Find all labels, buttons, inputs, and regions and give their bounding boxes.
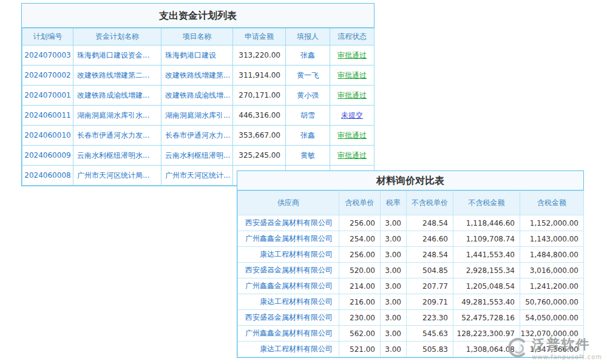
plan-id-cell[interactable]: 2024060009: [22, 146, 73, 166]
tax-amount-cell: 1,152,000.00: [520, 215, 584, 231]
tax-rate-cell: 3.00: [381, 326, 407, 342]
net-unit-price-cell: 207.77: [407, 278, 453, 294]
plan-id-cell[interactable]: 2024060008: [22, 166, 73, 186]
material-quote-table: 材料询价对比表 供应商 含税单价 税率 不含税单价 不含税金额 含税金额 西安盛…: [237, 170, 584, 358]
plan-table-row: 2024060009云南水利枢纽潜明水...云南水利枢纽潜明...325,245…: [22, 146, 375, 166]
tax-rate-cell: 3.00: [381, 342, 407, 357]
tax-rate-cell: 3.00: [381, 263, 407, 278]
apply-amount-cell: 270,171.00: [233, 86, 286, 106]
tax-unit-price-cell: 562.00: [339, 326, 381, 342]
net-amount-cell: 49,281,553.40: [453, 294, 520, 310]
reporter-cell: 黄敏: [286, 146, 330, 166]
col-header-reporter: 填报人: [286, 29, 330, 46]
tax-unit-price-cell: 214.00: [339, 278, 381, 294]
process-status-cell[interactable]: 审批通过: [330, 46, 375, 66]
net-unit-price-cell: 505.83: [407, 342, 453, 357]
expenditure-plan-table: 支出资金计划列表 计划编号 资金计划名称 项目名称 申请金额 填报人 流程状态 …: [21, 3, 375, 186]
project-name-cell[interactable]: 云南水利枢纽潜明...: [161, 146, 233, 166]
process-status-cell[interactable]: 审批通过: [330, 66, 375, 86]
supplier-cell[interactable]: 广州鑫鑫金属材料有限公司: [238, 231, 339, 247]
quote-table-row: 康达工程材料有限公司256.003.00248.541,441,553.401,…: [238, 247, 584, 263]
tax-amount-cell: 1,143,000.00: [520, 231, 584, 247]
apply-amount-cell: 313,220.00: [233, 46, 286, 66]
fund-plan-name-cell[interactable]: 长春市伊通河水力发...: [73, 126, 161, 146]
quote-table-row: 西安盛器金属材料有限公司230.003.00223.3052,475,728.1…: [238, 310, 584, 326]
net-amount-cell: 52,475,728.16: [453, 310, 520, 326]
supplier-cell[interactable]: 西安盛器金属材料有限公司: [238, 215, 339, 231]
fund-plan-name-cell[interactable]: 改建铁路线增建第二...: [73, 66, 161, 86]
supplier-cell[interactable]: 康达工程材料有限公司: [238, 294, 339, 310]
net-unit-price-cell: 246.60: [407, 231, 453, 247]
col-header-tax-rate: 税率: [381, 191, 407, 215]
fund-plan-name-cell[interactable]: 改建铁路成渝线增建...: [73, 86, 161, 106]
tax-rate-cell: 3.00: [381, 278, 407, 294]
plan-id-cell[interactable]: 2024060010: [22, 126, 73, 146]
plan-table-title: 支出资金计划列表: [22, 4, 374, 28]
process-status-cell[interactable]: 审批通过: [330, 126, 375, 146]
supplier-cell[interactable]: 广州鑫鑫金属材料有限公司: [238, 326, 339, 342]
fund-plan-name-cell[interactable]: 广州市天河区统计局...: [73, 166, 161, 186]
tax-amount-cell: 54,050,000.00: [520, 310, 584, 326]
net-unit-price-cell: 248.54: [407, 215, 453, 231]
reporter-cell: 张鑫: [286, 126, 330, 146]
fanpu-watermark: 泛普软件 www.fanpusoft.com: [504, 335, 602, 360]
plan-table-header-row: 计划编号 资金计划名称 项目名称 申请金额 填报人 流程状态: [22, 29, 375, 46]
col-header-status: 流程状态: [330, 29, 375, 46]
tax-unit-price-cell: 254.00: [339, 231, 381, 247]
col-header-net-amount: 不含税金额: [453, 191, 520, 215]
supplier-cell[interactable]: 康达工程材料有限公司: [238, 342, 339, 357]
tax-rate-cell: 3.00: [381, 247, 407, 263]
quote-table-row: 西安盛器金属材料有限公司520.003.00504.852,928,155.34…: [238, 263, 584, 278]
fund-plan-name-cell[interactable]: 云南水利枢纽潜明水...: [73, 146, 161, 166]
col-header-project: 项目名称: [161, 29, 233, 46]
project-name-cell[interactable]: 广州市天河区统计...: [161, 166, 233, 186]
watermark-brand: 泛普软件: [532, 335, 602, 354]
apply-amount-cell: 446,316.00: [233, 106, 286, 126]
tax-rate-cell: 3.00: [381, 231, 407, 247]
project-name-cell[interactable]: 长春市伊通河水力...: [161, 126, 233, 146]
fanpu-logo-icon: [504, 336, 528, 360]
tax-unit-price-cell: 216.00: [339, 294, 381, 310]
plan-table-row: 2024070003珠海鹤港口建设资金...珠海鹤港口建设313,220.00张…: [22, 46, 375, 66]
supplier-cell[interactable]: 西安盛器金属材料有限公司: [238, 263, 339, 278]
watermark-url: www.fanpusoft.com: [532, 354, 602, 360]
process-status-cell[interactable]: 审批通过: [330, 86, 375, 106]
plan-table-row: 2024070002改建铁路线增建第二...改建铁路线增建第...311,914…: [22, 66, 375, 86]
plan-table-row: 2024060010长春市伊通河水力发...长春市伊通河水力...353,667…: [22, 126, 375, 146]
quote-table-row: 广州鑫鑫金属材料有限公司214.003.00207.771,205,048.54…: [238, 278, 584, 294]
plan-id-cell[interactable]: 2024060011: [22, 106, 73, 126]
fund-plan-name-cell[interactable]: 湖南洞庭湖水库引水...: [73, 106, 161, 126]
project-name-cell[interactable]: 改建铁路成渝线增...: [161, 86, 233, 106]
net-unit-price-cell: 248.54: [407, 247, 453, 263]
apply-amount-cell: 325,245.00: [233, 146, 286, 166]
tax-unit-price-cell: 520.00: [339, 263, 381, 278]
tax-amount-cell: 1,241,200.00: [520, 278, 584, 294]
plan-id-cell[interactable]: 2024070003: [22, 46, 73, 66]
supplier-cell[interactable]: 广州鑫鑫金属材料有限公司: [238, 278, 339, 294]
supplier-cell[interactable]: 西安盛器金属材料有限公司: [238, 310, 339, 326]
process-status-cell[interactable]: 审批通过: [330, 146, 375, 166]
quote-table: 供应商 含税单价 税率 不含税单价 不含税金额 含税金额 西安盛器金属材料有限公…: [237, 190, 584, 357]
net-amount-cell: 1,205,048.54: [453, 278, 520, 294]
project-name-cell[interactable]: 珠海鹤港口建设: [161, 46, 233, 66]
plan-id-cell[interactable]: 2024070002: [22, 66, 73, 86]
net-amount-cell: 1,109,708.74: [453, 231, 520, 247]
process-status-cell[interactable]: 未提交: [330, 106, 375, 126]
apply-amount-cell: 353,667.00: [233, 126, 286, 146]
tax-amount-cell: 3,016,000.00: [520, 263, 584, 278]
net-unit-price-cell: 545.63: [407, 326, 453, 342]
plan-id-cell[interactable]: 2024070001: [22, 86, 73, 106]
quote-table-row: 西安盛器金属材料有限公司256.003.00248.541,118,446.60…: [238, 215, 584, 231]
tax-rate-cell: 3.00: [381, 294, 407, 310]
fund-plan-name-cell[interactable]: 珠海鹤港口建设资金...: [73, 46, 161, 66]
quote-table-row: 康达工程材料有限公司216.003.00209.7149,281,553.405…: [238, 294, 584, 310]
plan-table: 计划编号 资金计划名称 项目名称 申请金额 填报人 流程状态 202407000…: [22, 28, 375, 186]
reporter-cell: 张鑫: [286, 46, 330, 66]
project-name-cell[interactable]: 改建铁路线增建第...: [161, 66, 233, 86]
project-name-cell[interactable]: 湖南洞庭湖水库引...: [161, 106, 233, 126]
col-header-amount: 申请金额: [233, 29, 286, 46]
tax-amount-cell: 1,484,800.00: [520, 247, 584, 263]
supplier-cell[interactable]: 康达工程材料有限公司: [238, 247, 339, 263]
net-unit-price-cell: 209.71: [407, 294, 453, 310]
col-header-fund-plan: 资金计划名称: [73, 29, 161, 46]
